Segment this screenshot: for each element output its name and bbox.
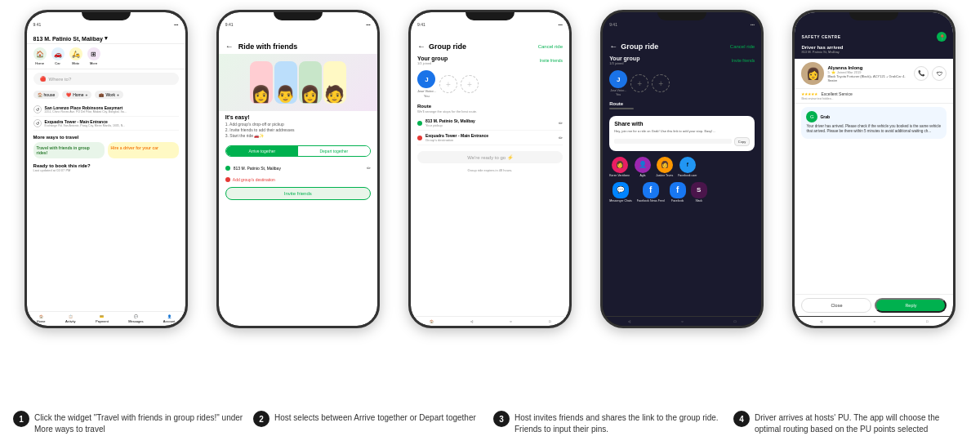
- cancel-ride-btn[interactable]: Cancel ride: [538, 44, 563, 49]
- phone-1-more: More ways to travel Travel with friends …: [27, 132, 185, 161]
- recent-1[interactable]: ↺ San Lorenzo Place Robinsons Easymart 2…: [33, 103, 179, 117]
- app-facebook-feed[interactable]: f Facebook News Feed: [637, 182, 665, 202]
- phone-1-search[interactable]: 🔴 Where to?: [33, 73, 179, 85]
- contact-2[interactable]: 👤 Agla: [635, 157, 651, 177]
- phone-5-wrapper: SAFETY CENTRE 📍 Driver has arrived 813 M…: [782, 10, 967, 404]
- step-3-text: Host invites friends and shares the link…: [514, 411, 727, 435]
- location-label: 813 M. Patinio St, Malibay: [33, 36, 103, 42]
- copy-btn[interactable]: Copy: [734, 137, 750, 146]
- review-text: ★★★★★ Excellent Service: [801, 91, 947, 96]
- contact-3[interactable]: 👩 Justine Teves: [656, 157, 673, 177]
- nav-payment[interactable]: 💳Payment: [96, 314, 109, 323]
- nav-4-back[interactable]: ◁: [628, 319, 630, 323]
- app-slack[interactable]: S Slack: [691, 182, 707, 202]
- more-ways-title: More ways to travel: [33, 135, 179, 140]
- phone-4-avatar-1: J: [609, 70, 627, 88]
- phone-5-arrived: Driver has arrived 813 M. Patinio St, Ma…: [801, 45, 947, 59]
- driver-info: Alyanna Inlong 5 ⭐ Joined Mar 2019 Black…: [827, 65, 911, 82]
- route-sub: We'll arrange the stops for the best rou…: [417, 109, 563, 113]
- nav-messages[interactable]: 💬Messages: [128, 314, 143, 323]
- phone-4-screen: 9:41▪▪▪ ← Group ride Cancel ride Your gr…: [603, 12, 761, 326]
- msg-avatar: G: [806, 111, 817, 122]
- pickup-loc: 813 M. Patinio St, Malibay: [801, 50, 947, 54]
- edit-dest-icon[interactable]: ✏: [559, 135, 563, 140]
- step-row: 1 Click the widget "Travel with friends …: [13, 411, 967, 435]
- review-stars: ★★★★★: [801, 91, 817, 96]
- step-1: 1 Click the widget "Travel with friends …: [13, 411, 247, 435]
- close-btn[interactable]: Close: [801, 298, 871, 313]
- phone-4-back[interactable]: ←: [609, 42, 617, 51]
- nav-4-home[interactable]: ○: [681, 319, 683, 323]
- nav-4-recent[interactable]: □: [734, 319, 736, 323]
- app-facebook-feed-name: Facebook News Feed: [637, 199, 665, 202]
- invite-friends-link[interactable]: Invite friends: [540, 58, 563, 63]
- nav-5-home[interactable]: ○: [873, 319, 875, 323]
- phone-3-status: 9:41▪▪▪: [411, 20, 569, 32]
- saved-home[interactable]: ❤️Home+: [62, 91, 91, 99]
- nav-activity[interactable]: 📋Activity: [65, 314, 76, 323]
- saved-house[interactable]: 🏠house: [33, 91, 60, 99]
- phone-4-wrapper: 9:41▪▪▪ ← Group ride Cancel ride Your gr…: [590, 10, 775, 404]
- ready-btn[interactable]: We're ready to go ⚡: [417, 151, 563, 163]
- contact-1[interactable]: 👩 Karen Varidiano: [609, 157, 630, 177]
- nav-3-home[interactable]: 🏠: [430, 319, 434, 323]
- reply-btn[interactable]: Reply: [875, 298, 947, 313]
- transport-home[interactable]: 🏠 Home: [33, 47, 47, 65]
- phone-4-invite[interactable]: Invite friends: [732, 58, 755, 63]
- phone-3-back[interactable]: ←: [417, 42, 425, 51]
- avatar-col-1: J Jose Victor... You: [417, 70, 436, 98]
- invite-friends-btn[interactable]: Invite friends: [225, 187, 371, 200]
- saved-work[interactable]: 💼Work+: [95, 91, 123, 99]
- rating-value: 5: [827, 70, 829, 74]
- share-copy: Copy: [614, 137, 750, 146]
- nav-home[interactable]: 🏠Home: [37, 314, 46, 323]
- phone-1-notch: [82, 12, 131, 20]
- nav-5-recent[interactable]: □: [926, 319, 928, 323]
- phone-4-cancel[interactable]: Cancel ride: [730, 44, 755, 49]
- nav-3-square[interactable]: □: [549, 319, 550, 323]
- avatar-add-2[interactable]: +: [461, 75, 479, 93]
- phone-4-avatar-add-2[interactable]: +: [652, 74, 670, 92]
- dest-sub: Group's destination: [425, 138, 488, 142]
- phone-3-group: Your group 1/3 joined Invite friends: [411, 54, 569, 67]
- avatar-add-1[interactable]: +: [439, 75, 457, 93]
- edit-pickup-icon[interactable]: ✏: [559, 120, 563, 126]
- transport-moto[interactable]: 🛵 Moto: [69, 47, 82, 65]
- person-2: 👨: [274, 61, 297, 104]
- nav-5-back[interactable]: ◁: [820, 319, 822, 323]
- search-placeholder: Where to?: [49, 77, 72, 82]
- driver-avatar: 👩: [801, 62, 824, 85]
- joined-count: 1/3 joined: [417, 61, 448, 65]
- group-rides-card[interactable]: Travel with friends in group rides!: [33, 142, 105, 158]
- phone-4-nav: ◁ ○ □: [603, 316, 761, 326]
- phone-2-back[interactable]: ←: [225, 42, 234, 51]
- recent-2[interactable]: ↺ Exquadra Tower - Main Entrance Exchang…: [33, 117, 179, 131]
- destination-dot: [225, 177, 230, 182]
- phone-1-book: Ready to book this ride? Last updated at…: [27, 161, 185, 175]
- app-messenger[interactable]: 💬 Messenger Chats: [609, 182, 631, 202]
- transport-grid[interactable]: ⊞ More: [87, 47, 100, 65]
- phone-3-header-left: ← Group ride: [417, 42, 466, 51]
- toggle-arrive[interactable]: Arrive together: [226, 146, 298, 156]
- phone-3-notch: [466, 12, 514, 20]
- app-facebook[interactable]: f Facebook: [670, 182, 686, 202]
- edit-icon-1[interactable]: ✏: [367, 165, 371, 171]
- phone-2-wrapper: 9:41▪▪▪ ← Ride with friends 👩 👨: [205, 10, 390, 404]
- transport-car[interactable]: 🚗 Car: [51, 47, 65, 65]
- nav-3-back[interactable]: ◁: [470, 319, 473, 323]
- nav-account[interactable]: 👤Account: [163, 314, 175, 323]
- pickup-dot-3: [417, 121, 422, 126]
- phone-4-avatar-add-1[interactable]: +: [630, 74, 648, 92]
- phone-5-screen: SAFETY CENTRE 📍 Driver has arrived 813 M…: [795, 12, 953, 326]
- phone-3-screen: 9:41▪▪▪ ← Group ride Cancel ride Your gr…: [411, 12, 569, 326]
- toggle-depart[interactable]: Depart together: [298, 146, 370, 156]
- shield-btn[interactable]: 🛡: [932, 66, 947, 81]
- add-destination-btn[interactable]: Add group's destination: [225, 177, 371, 182]
- nav-3-circle[interactable]: ○: [510, 319, 511, 323]
- review-label: Excellent Service: [821, 91, 852, 96]
- call-btn[interactable]: 📞: [914, 66, 929, 81]
- contact-name-1: Karen Varidiano: [609, 174, 630, 177]
- phone-1-location[interactable]: 813 M. Patinio St, Malibay ▾: [27, 32, 185, 44]
- hire-driver-card[interactable]: Hire a driver for your car: [108, 142, 179, 158]
- contact-4[interactable]: f Facebook user: [678, 157, 697, 177]
